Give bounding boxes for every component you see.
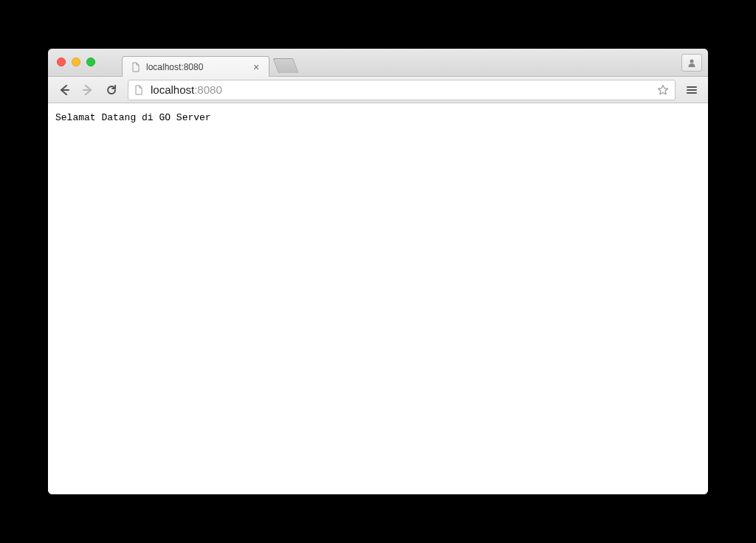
url-port: :8080 [194,83,222,96]
tab-active[interactable]: localhost:8080 × [122,56,269,77]
tabs-row: localhost:8080 × [122,49,296,76]
window-maximize-button[interactable] [86,58,95,66]
url-host: localhost [151,83,194,96]
reload-button[interactable] [101,80,122,100]
reload-icon [106,84,117,96]
window-close-button[interactable] [57,58,66,66]
user-profile-button[interactable] [681,54,702,72]
new-tab-button[interactable] [272,58,298,73]
back-button[interactable] [54,80,75,100]
page-content: Selamat Datang di GO Server [48,103,708,494]
titlebar: localhost:8080 × [48,49,708,77]
arrow-right-icon [81,83,94,97]
star-icon [657,84,669,96]
menu-button[interactable] [681,80,702,100]
user-icon [687,58,697,68]
url-text: localhost:8080 [151,83,656,96]
address-bar[interactable]: localhost:8080 [128,80,676,100]
hamburger-icon [686,84,698,96]
forward-button[interactable] [78,80,98,100]
tab-close-icon[interactable]: × [251,62,261,72]
browser-window: localhost:8080 × [48,49,708,494]
toolbar: localhost:8080 [48,77,708,103]
bookmark-button[interactable] [656,83,670,97]
arrow-left-icon [58,83,71,97]
traffic-lights [57,58,95,66]
window-minimize-button[interactable] [72,58,80,66]
page-body-text: Selamat Datang di GO Server [55,112,211,123]
tab-title: localhost:8080 [146,62,245,72]
file-icon [130,61,142,73]
svg-point-0 [690,60,694,63]
file-icon [133,84,145,96]
